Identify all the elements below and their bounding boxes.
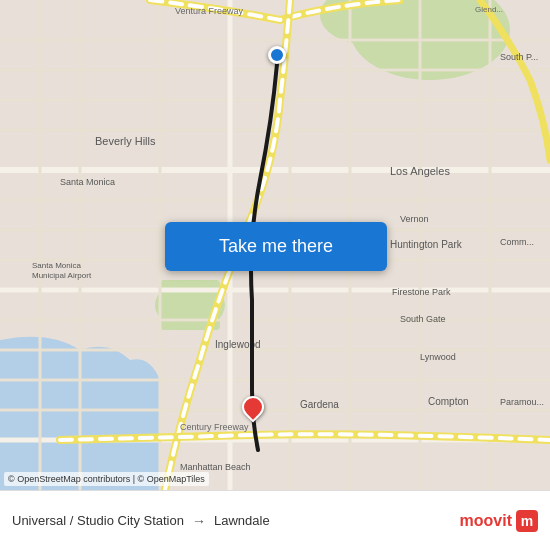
svg-text:South P...: South P... <box>500 52 538 62</box>
origin-pin <box>268 46 286 64</box>
svg-text:Santa Monica: Santa Monica <box>60 177 115 187</box>
map-attribution: © OpenStreetMap contributors | © OpenMap… <box>4 472 209 486</box>
moovit-logo: moovit m <box>460 510 538 532</box>
moovit-icon: m <box>516 510 538 532</box>
svg-text:Ventura Freeway: Ventura Freeway <box>175 6 244 16</box>
svg-text:Paramou...: Paramou... <box>500 397 544 407</box>
route-arrow: → <box>192 513 206 529</box>
map-container: Ventura Freeway Century Freeway Glend...… <box>0 0 550 490</box>
svg-text:Huntington Park: Huntington Park <box>390 239 463 250</box>
svg-text:South Gate: South Gate <box>400 314 446 324</box>
footer-left: Universal / Studio City Station → Lawnda… <box>12 513 270 529</box>
svg-text:Glend...: Glend... <box>475 5 503 14</box>
moovit-text: moovit <box>460 512 512 530</box>
svg-text:Municipal Airport: Municipal Airport <box>32 271 92 280</box>
svg-text:Santa Monica: Santa Monica <box>32 261 81 270</box>
destination-pin <box>242 396 264 418</box>
svg-text:Century Freeway: Century Freeway <box>180 422 249 432</box>
svg-text:Lynwood: Lynwood <box>420 352 456 362</box>
take-me-there-button[interactable]: Take me there <box>165 222 387 271</box>
svg-text:Firestone Park: Firestone Park <box>392 287 451 297</box>
footer-bar: Universal / Studio City Station → Lawnda… <box>0 490 550 550</box>
svg-text:Gardena: Gardena <box>300 399 339 410</box>
svg-text:Comm...: Comm... <box>500 237 534 247</box>
from-station: Universal / Studio City Station <box>12 513 184 528</box>
svg-text:Manhattan Beach: Manhattan Beach <box>180 462 251 472</box>
svg-text:Los Angeles: Los Angeles <box>390 165 450 177</box>
footer-route: Universal / Studio City Station → Lawnda… <box>12 513 270 529</box>
svg-text:Beverly Hills: Beverly Hills <box>95 135 156 147</box>
to-station: Lawndale <box>214 513 270 528</box>
svg-text:Compton: Compton <box>428 396 469 407</box>
svg-text:Vernon: Vernon <box>400 214 429 224</box>
